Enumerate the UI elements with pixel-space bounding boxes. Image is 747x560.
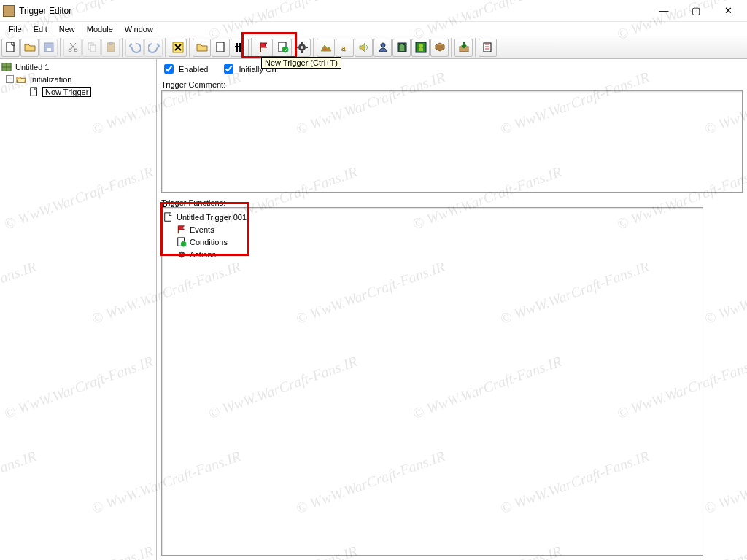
gear-icon	[177, 249, 187, 260]
svg-rect-2	[47, 48, 51, 51]
new-event-button[interactable]: New Trigger (Ctrl+T)	[255, 39, 273, 57]
trigger-editor-icon: a	[339, 42, 351, 53]
copy-button[interactable]	[82, 39, 101, 57]
new-map-icon	[5, 42, 17, 53]
tree-trigger-label-editing[interactable]: Now Trigger	[42, 87, 91, 97]
test-map-icon	[482, 42, 494, 53]
svg-rect-18	[301, 42, 303, 44]
events-label: Events	[190, 225, 214, 234]
new-category-icon	[196, 42, 208, 53]
save-button[interactable]	[39, 39, 58, 57]
test-map-button[interactable]	[479, 39, 497, 57]
initially-on-checkbox[interactable]	[224, 64, 233, 74]
redo-button[interactable]	[144, 39, 163, 57]
new-condition-button[interactable]	[274, 39, 292, 57]
page-icon	[29, 87, 39, 97]
cut-button[interactable]	[63, 39, 82, 57]
enabled-label: Enabled	[179, 65, 208, 74]
trigger-tree[interactable]: Untitled 1 − Initialization Now Trigger	[0, 59, 157, 560]
new-comment-button[interactable]	[231, 39, 249, 57]
menu-edit[interactable]: Edit	[28, 23, 53, 35]
svg-text:a: a	[341, 42, 346, 53]
svg-rect-21	[306, 47, 308, 48]
svg-point-23	[381, 43, 385, 47]
sound-editor-button[interactable]	[355, 39, 373, 57]
new-comment-icon	[234, 42, 246, 53]
folder-open-icon	[16, 74, 26, 85]
new-trigger-button[interactable]	[212, 39, 230, 57]
new-map-button[interactable]	[1, 39, 20, 57]
save-icon	[43, 42, 55, 53]
svg-rect-10	[217, 42, 224, 52]
undo-button[interactable]	[125, 39, 144, 57]
menu-window[interactable]: Window	[119, 23, 159, 35]
enabled-checkbox-label[interactable]: Enabled	[161, 62, 208, 76]
actions-node[interactable]: Actions	[163, 248, 701, 260]
tree-category-label: Initialization	[29, 75, 72, 84]
functions-root[interactable]: Untitled Trigger 001	[163, 211, 701, 223]
trigger-functions-label-rest: rigger Functions:	[166, 198, 225, 207]
scroll-green-icon	[177, 237, 187, 247]
svg-point-15	[282, 47, 288, 52]
map-icon	[1, 62, 12, 72]
flag-icon	[258, 42, 270, 53]
app-icon	[3, 5, 15, 17]
trigger-comment-label: Trigger Comment:	[161, 80, 743, 89]
import-manager-button[interactable]	[454, 39, 473, 57]
events-node[interactable]: Events	[163, 223, 701, 236]
trigger-editor-button[interactable]: a	[336, 39, 354, 57]
open-icon	[24, 42, 36, 53]
open-button[interactable]	[20, 39, 39, 57]
variables-icon	[172, 42, 184, 53]
menu-file[interactable]: File	[3, 23, 28, 35]
trigger-functions-label: Trigger Functions:	[161, 198, 743, 207]
svg-point-36	[180, 253, 183, 256]
minimize-button[interactable]: —	[648, 1, 680, 21]
object-manager-button[interactable]	[430, 39, 449, 57]
functions-root-label: Untitled Trigger 001	[177, 213, 247, 222]
terrain-editor-button[interactable]	[317, 39, 335, 57]
menu-module[interactable]: Module	[81, 23, 119, 35]
svg-rect-19	[301, 51, 303, 53]
object-editor-button[interactable]	[374, 39, 392, 57]
svg-point-17	[301, 46, 303, 49]
collapse-icon[interactable]: −	[6, 75, 14, 83]
variables-button[interactable]	[169, 39, 187, 57]
new-trigger-icon	[215, 42, 227, 53]
tree-root[interactable]: Untitled 1	[1, 61, 155, 73]
tree-category[interactable]: − Initialization	[1, 73, 155, 85]
ai-editor-button[interactable]	[411, 39, 430, 57]
gear-icon	[296, 42, 308, 53]
enabled-checkbox[interactable]	[164, 64, 174, 74]
svg-rect-27	[419, 48, 423, 51]
object-editor-icon	[377, 42, 389, 53]
undo-icon	[129, 42, 141, 53]
close-button[interactable]: ✕	[712, 1, 744, 21]
conditions-node[interactable]: Conditions	[163, 236, 701, 248]
copy-icon	[86, 42, 98, 53]
trigger-comment-textarea[interactable]	[161, 90, 743, 192]
trigger-functions-tree[interactable]: Untitled Trigger 001 Events Conditions A…	[161, 207, 703, 556]
scroll-green-icon	[277, 42, 289, 53]
menu-new[interactable]: New	[53, 23, 81, 35]
ai-editor-icon	[415, 42, 427, 53]
cut-icon	[67, 42, 79, 53]
flag-icon	[177, 225, 187, 235]
new-action-button[interactable]	[293, 39, 311, 57]
terrain-editor-icon	[320, 42, 332, 53]
object-manager-icon	[434, 42, 446, 53]
campaign-editor-button[interactable]	[392, 39, 411, 57]
svg-point-34	[181, 241, 186, 246]
svg-point-26	[419, 44, 423, 48]
maximize-button[interactable]: ▢	[680, 1, 712, 21]
paste-button[interactable]	[101, 39, 120, 57]
actions-label: Actions	[190, 250, 216, 259]
titlebar: Trigger Editor — ▢ ✕	[0, 0, 747, 22]
menubar: File Edit New Module Window	[0, 22, 747, 36]
page-icon	[163, 212, 174, 222]
import-manager-icon	[458, 42, 470, 53]
tree-trigger[interactable]: Now Trigger	[1, 85, 155, 98]
new-category-button[interactable]	[193, 39, 211, 57]
toolbar: New Trigger (Ctrl+T) a	[0, 36, 747, 59]
tree-root-label: Untitled 1	[15, 63, 50, 71]
